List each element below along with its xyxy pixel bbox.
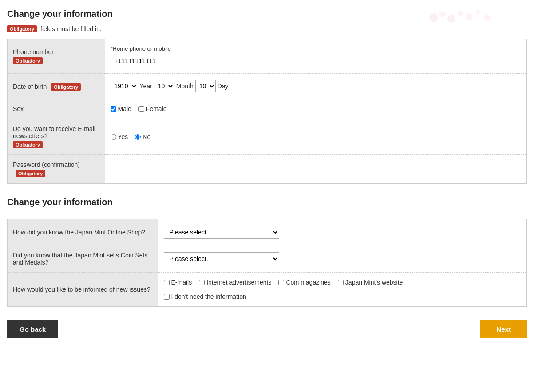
- dob-day-label: Day: [218, 83, 229, 90]
- sex-female-label[interactable]: Female: [138, 105, 167, 112]
- inform-japan-mint-checkbox[interactable]: [338, 280, 344, 285]
- phone-label: Phone number: [13, 48, 54, 55]
- password-value-cell: [105, 155, 527, 184]
- phone-obligatory-badge: Obligatory: [13, 57, 43, 64]
- phone-row: Phone number Obligatory *Home phone or m…: [8, 39, 527, 74]
- password-obligatory-badge: Obligatory: [16, 170, 45, 177]
- survey-q3-label: How would you like to be informed of new…: [8, 273, 158, 307]
- sex-male-label[interactable]: Male: [111, 105, 131, 112]
- form-table-section1: Phone number Obligatory *Home phone or m…: [7, 39, 527, 184]
- sex-female-text: Female: [146, 105, 167, 112]
- dob-label-cell: Date of birth Obligatory: [8, 74, 105, 99]
- password-row: Password (confirmation) Obligatory: [8, 155, 527, 184]
- go-back-button[interactable]: Go back: [7, 320, 58, 338]
- sex-value-cell: Male Female: [105, 99, 527, 119]
- newsletter-yes-label[interactable]: Yes: [111, 133, 128, 140]
- section1-title: Change your information: [7, 9, 527, 19]
- survey-table: How did you know the Japan Mint Online S…: [7, 219, 527, 307]
- newsletter-options: Yes No: [111, 133, 522, 140]
- inform-internet-checkbox[interactable]: [199, 280, 205, 285]
- inform-japan-mint-text: Japan Mint's website: [345, 279, 403, 286]
- survey-q3-text: How would you like to be informed of new…: [13, 286, 150, 293]
- inform-coin-checkbox[interactable]: [278, 280, 284, 285]
- section2-title: Change your information: [7, 197, 527, 207]
- survey-q2-select[interactable]: Please select. Yes No: [164, 252, 279, 265]
- sex-male-text: Male: [118, 105, 131, 112]
- dob-month-select[interactable]: 1 2 3 4 5 6 7 8 9 10 11 12: [154, 80, 174, 92]
- survey-q1-text: How did you know the Japan Mint Online S…: [13, 229, 145, 236]
- newsletter-value-cell: Yes No: [105, 119, 527, 155]
- sex-label-cell: Sex: [8, 99, 105, 119]
- sex-options: Male Female: [111, 105, 522, 112]
- phone-value-cell: *Home phone or mobile: [105, 39, 527, 74]
- survey-q1-label: How did you know the Japan Mint Online S…: [8, 219, 158, 245]
- inform-emails-label[interactable]: E-mails: [164, 279, 192, 286]
- survey-q2-value: Please select. Yes No: [158, 245, 527, 273]
- inform-coin-label[interactable]: Coin magazines: [278, 279, 330, 286]
- sex-label: Sex: [13, 105, 24, 112]
- dob-year-select[interactable]: 1910 1911 1920 1930 1940 1950 1960 1970 …: [111, 80, 138, 92]
- inform-internet-label[interactable]: Internet advertisements: [199, 279, 271, 286]
- survey-q1-row: How did you know the Japan Mint Online S…: [8, 219, 527, 245]
- inform-coin-text: Coin magazines: [286, 279, 330, 286]
- survey-q3-row: How would you like to be informed of new…: [8, 273, 527, 307]
- obligatory-badge: Obligatory: [7, 25, 37, 32]
- newsletter-label: Do you want to receive E-mail newsletter…: [13, 125, 95, 139]
- inform-japan-mint-label[interactable]: Japan Mint's website: [338, 279, 403, 286]
- obligatory-note-text: fields must be filled in.: [40, 25, 102, 32]
- password-label-cell: Password (confirmation) Obligatory: [8, 155, 105, 184]
- newsletter-label-cell: Do you want to receive E-mail newsletter…: [8, 119, 105, 155]
- inform-checkboxes: E-mails Internet advertisements Coin mag…: [164, 279, 522, 300]
- newsletter-yes-radio[interactable]: [111, 134, 116, 140]
- newsletter-no-text: No: [142, 133, 150, 140]
- phone-input[interactable]: [111, 55, 190, 67]
- dob-label: Date of birth: [13, 83, 47, 90]
- phone-hint: *Home phone or mobile: [111, 45, 522, 52]
- survey-q3-value: E-mails Internet advertisements Coin mag…: [158, 273, 527, 307]
- dob-inputs: 1910 1911 1920 1930 1940 1950 1960 1970 …: [111, 80, 522, 92]
- sex-female-checkbox[interactable]: [138, 106, 144, 112]
- newsletter-no-label[interactable]: No: [135, 133, 150, 140]
- dob-year-label: Year: [140, 83, 152, 90]
- inform-internet-text: Internet advertisements: [206, 279, 271, 286]
- survey-q1-select[interactable]: Please select. Search engine SNS Friend …: [164, 226, 279, 239]
- sex-row: Sex Male Female: [8, 99, 527, 119]
- dob-value-cell: 1910 1911 1920 1930 1940 1950 1960 1970 …: [105, 74, 527, 99]
- inform-emails-checkbox[interactable]: [164, 280, 170, 285]
- dob-row: Date of birth Obligatory 1910 1911 1920 …: [8, 74, 527, 99]
- dob-day-select[interactable]: 1 2 3 4 5 6 7 8 9 10 11 12 13 14: [195, 80, 216, 92]
- obligatory-note: Obligatory fields must be filled in.: [7, 25, 527, 32]
- newsletter-row: Do you want to receive E-mail newsletter…: [8, 119, 527, 155]
- next-button[interactable]: Next: [480, 320, 527, 338]
- inform-emails-text: E-mails: [171, 279, 192, 286]
- survey-q1-value: Please select. Search engine SNS Friend …: [158, 219, 527, 245]
- password-input[interactable]: [111, 163, 208, 175]
- newsletter-obligatory-badge: Obligatory: [13, 141, 43, 148]
- inform-no-need-text: I don't need the information: [171, 293, 246, 300]
- inform-no-need-label[interactable]: I don't need the information: [164, 293, 246, 300]
- password-label: Password (confirmation): [13, 161, 80, 168]
- inform-no-need-checkbox[interactable]: [164, 294, 170, 300]
- newsletter-no-radio[interactable]: [135, 134, 141, 140]
- survey-q2-row: Did you know that the Japan Mint sells C…: [8, 245, 527, 273]
- newsletter-yes-text: Yes: [118, 133, 128, 140]
- dob-month-label: Month: [176, 83, 194, 90]
- sex-male-checkbox[interactable]: [111, 106, 116, 112]
- phone-label-cell: Phone number Obligatory: [8, 39, 105, 74]
- survey-q2-text: Did you know that the Japan Mint sells C…: [13, 252, 148, 266]
- dob-obligatory-badge: Obligatory: [51, 83, 81, 91]
- survey-q2-label: Did you know that the Japan Mint sells C…: [8, 245, 158, 273]
- button-row: Go back Next: [7, 320, 527, 338]
